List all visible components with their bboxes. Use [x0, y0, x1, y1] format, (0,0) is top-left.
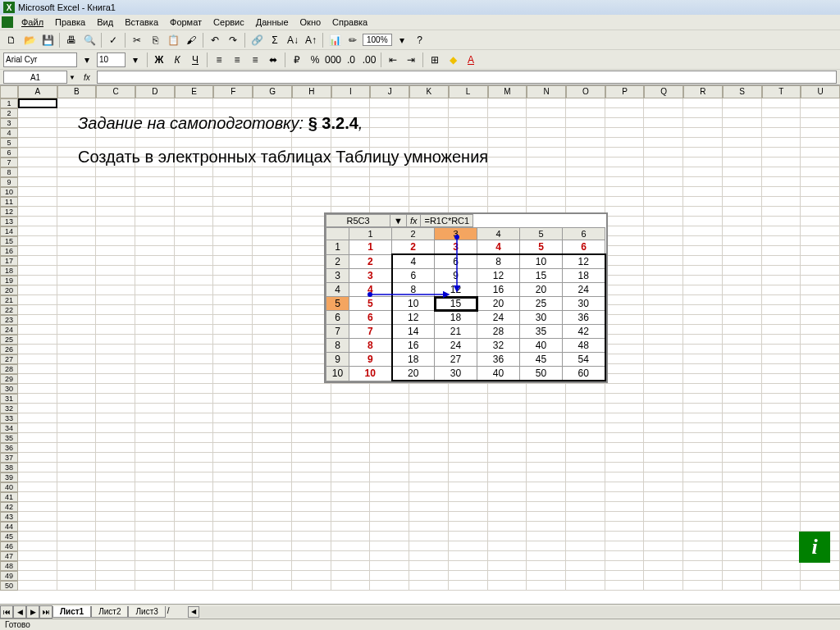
- cell[interactable]: [135, 364, 175, 374]
- cell[interactable]: [409, 532, 449, 541]
- cell[interactable]: [96, 98, 135, 108]
- cell[interactable]: [175, 167, 214, 177]
- cell[interactable]: [409, 453, 449, 463]
- row-header[interactable]: 5: [0, 138, 18, 148]
- row-header[interactable]: 13: [0, 217, 18, 226]
- cell[interactable]: [57, 413, 97, 423]
- cell[interactable]: [57, 335, 97, 345]
- cell[interactable]: [96, 482, 135, 492]
- cell[interactable]: [57, 325, 97, 335]
- size-selector[interactable]: [97, 52, 126, 67]
- cell[interactable]: [96, 364, 135, 374]
- cell[interactable]: [644, 217, 683, 226]
- cell[interactable]: [762, 512, 801, 522]
- cell[interactable]: [96, 354, 135, 364]
- cell[interactable]: [135, 325, 175, 335]
- cell[interactable]: [253, 266, 292, 276]
- cell[interactable]: [723, 502, 762, 512]
- cell[interactable]: [683, 433, 723, 443]
- cell[interactable]: [449, 384, 488, 394]
- cell[interactable]: [175, 197, 214, 207]
- cell[interactable]: [292, 384, 331, 394]
- cell[interactable]: [488, 571, 527, 581]
- cell[interactable]: [175, 423, 214, 433]
- cell[interactable]: [175, 285, 214, 295]
- cell[interactable]: [762, 226, 801, 236]
- cell[interactable]: [605, 148, 645, 158]
- cell[interactable]: [253, 541, 292, 551]
- cell[interactable]: [96, 394, 135, 404]
- cell[interactable]: [488, 551, 527, 561]
- col-header-M[interactable]: M: [488, 85, 527, 98]
- row-header[interactable]: 30: [0, 384, 18, 394]
- cell[interactable]: [370, 522, 409, 532]
- cell[interactable]: [488, 423, 527, 433]
- cell[interactable]: [409, 433, 449, 443]
- cell[interactable]: [605, 236, 645, 246]
- cell[interactable]: [527, 158, 566, 167]
- cell[interactable]: [57, 384, 97, 394]
- cell[interactable]: [213, 187, 253, 197]
- underline-icon[interactable]: Ч: [187, 52, 203, 68]
- cell[interactable]: [723, 472, 762, 482]
- horizontal-scrollbar[interactable]: ◀: [188, 606, 840, 618]
- cell[interactable]: [370, 532, 409, 541]
- cell[interactable]: [723, 138, 762, 148]
- col-header-J[interactable]: J: [370, 85, 409, 98]
- cell[interactable]: [175, 374, 214, 384]
- cell[interactable]: [135, 276, 175, 285]
- cell[interactable]: [213, 325, 253, 335]
- tab-prev-icon[interactable]: ◀: [13, 605, 26, 619]
- cell[interactable]: [723, 561, 762, 571]
- cell[interactable]: [57, 541, 97, 551]
- cell[interactable]: [175, 177, 214, 187]
- row-header[interactable]: 15: [0, 236, 18, 246]
- col-header-B[interactable]: B: [57, 85, 97, 98]
- cell[interactable]: [605, 472, 645, 482]
- cell[interactable]: [213, 551, 253, 561]
- row-header[interactable]: 7: [0, 158, 18, 167]
- cell[interactable]: [449, 187, 488, 197]
- cell[interactable]: [801, 502, 840, 512]
- row-header[interactable]: 38: [0, 463, 18, 472]
- cell[interactable]: [370, 482, 409, 492]
- cell[interactable]: [566, 394, 605, 404]
- print-icon[interactable]: 🖶: [63, 32, 80, 48]
- cell[interactable]: [57, 581, 97, 591]
- cell[interactable]: [644, 158, 683, 167]
- cell[interactable]: [566, 148, 605, 158]
- cell[interactable]: [213, 98, 253, 108]
- cell[interactable]: [488, 453, 527, 463]
- cell[interactable]: [644, 354, 683, 364]
- cell[interactable]: [18, 246, 57, 256]
- cell[interactable]: [253, 581, 292, 591]
- cell[interactable]: [213, 315, 253, 325]
- cell[interactable]: [723, 148, 762, 158]
- cell[interactable]: [801, 325, 840, 335]
- cell[interactable]: [253, 502, 292, 512]
- cell[interactable]: [723, 128, 762, 138]
- cell[interactable]: [449, 522, 488, 532]
- col-header-A[interactable]: A: [18, 85, 57, 98]
- row-header[interactable]: 27: [0, 354, 18, 364]
- cell[interactable]: [605, 158, 645, 167]
- cell[interactable]: [331, 443, 371, 453]
- cell[interactable]: [801, 226, 840, 236]
- cell[interactable]: [409, 187, 449, 197]
- cell[interactable]: [644, 138, 683, 148]
- cell[interactable]: [96, 551, 135, 561]
- cell[interactable]: [253, 394, 292, 404]
- cell[interactable]: [605, 541, 645, 551]
- cell[interactable]: [683, 305, 723, 315]
- cell[interactable]: [409, 581, 449, 591]
- cell[interactable]: [175, 315, 214, 325]
- cell[interactable]: [527, 197, 566, 207]
- col-header-D[interactable]: D: [135, 85, 175, 98]
- cell[interactable]: [18, 315, 57, 325]
- cell[interactable]: [135, 305, 175, 315]
- cell[interactable]: [566, 128, 605, 138]
- cell[interactable]: [644, 364, 683, 374]
- cell[interactable]: [175, 443, 214, 453]
- cell[interactable]: [18, 522, 57, 532]
- cell[interactable]: [18, 295, 57, 305]
